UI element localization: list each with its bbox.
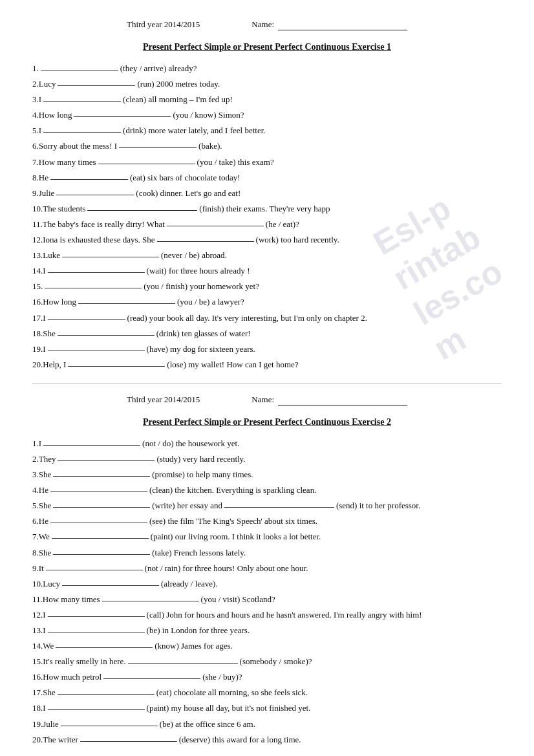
ex1-line19: 19.I (have) my dog for sixteen years. — [32, 342, 502, 356]
ex1-line20: 20.Help, I (lose) my wallet! How can I g… — [32, 358, 502, 372]
ex1-line16: 16.How long (you / be) a lawyer? — [32, 295, 502, 309]
ex1-line3: 3.I (clean) all morning – I'm fed up! — [32, 92, 502, 107]
ex1-line17: 17.I (read) your book all day. It's very… — [32, 311, 502, 325]
exercise1-title: Present Perfect Simple or Present Perfec… — [32, 42, 502, 52]
ex2-line7: 7.We (paint) our living room. I think it… — [32, 530, 502, 544]
exercise2-lines: 1.I (not / do) the housework yet. 2.They… — [32, 437, 502, 747]
ex2-line5: 5.She (write) her essay and (send) it to… — [32, 499, 502, 513]
ex1-line15: 15. (you / finish) your homework yet? — [32, 279, 502, 294]
name-label1: Name: — [251, 19, 274, 30]
ex1-line7: 7.How many times (you / take) this exam? — [32, 155, 502, 169]
ex1-line12: 12.Iona is exhausted these days. She (wo… — [32, 233, 502, 247]
header1-title: Third year 2014/2015 — [127, 19, 200, 30]
ex1-line11: 11.The baby's face is really dirty! What… — [32, 217, 502, 232]
ex2-line4: 4.He (clean) the kitchen. Everything is … — [32, 483, 502, 497]
ex1-line13: 13.Luke (never / be) abroad. — [32, 248, 502, 263]
page-content: Third year 2014/2015 Name: Present Perfe… — [32, 19, 502, 747]
header2: Third year 2014/2015 Name: — [32, 394, 502, 405]
name-underline2 — [278, 394, 407, 405]
ex2-line1: 1.I (not / do) the housework yet. — [32, 437, 502, 451]
name-underline1 — [278, 19, 407, 30]
ex2-line6: 6.He (see) the film 'The King's Speech' … — [32, 514, 502, 528]
ex1-line9: 9.Julie (cook) dinner. Let's go and eat! — [32, 186, 502, 200]
ex1-line6: 6.Sorry about the mess! I (bake). — [32, 139, 502, 153]
ex1-line18: 18.She (drink) ten glasses of water! — [32, 327, 502, 341]
exercise1-lines: 1. (they / arrive) already? 2.Lucy (run)… — [32, 61, 502, 372]
header1-name: Name: — [251, 19, 407, 30]
header2-name: Name: — [251, 394, 407, 405]
ex1-line8: 8.He (eat) six bars of chocolate today! — [32, 171, 502, 185]
ex2-line12: 12.I (call) John for hours and hours and… — [32, 608, 502, 622]
ex1-line4: 4.How long (you / know) Simon? — [32, 108, 502, 122]
header1: Third year 2014/2015 Name: — [32, 19, 502, 30]
ex2-line19: 19.Julie (be) at the office since 6 am. — [32, 717, 502, 731]
ex1-line1: 1. (they / arrive) already? — [32, 61, 502, 76]
ex2-line9: 9.It (not / rain) for three hours! Only … — [32, 561, 502, 576]
section-divider — [32, 383, 502, 384]
ex2-line3: 3.She (promise) to help many times. — [32, 468, 502, 482]
ex2-line20: 20.The writer (deserve) this award for a… — [32, 733, 502, 747]
ex2-line13: 13.I (be) in London for three years. — [32, 623, 502, 638]
ex2-line16: 16.How much petrol (she / buy)? — [32, 670, 502, 684]
ex1-line2: 2.Lucy (run) 2000 metres today. — [32, 77, 502, 91]
ex2-line15: 15.It's really smelly in here. (somebody… — [32, 654, 502, 669]
ex2-line8: 8.She (take) French lessons lately. — [32, 546, 502, 560]
ex2-line14: 14.We (know) James for ages. — [32, 639, 502, 653]
ex1-line10: 10.The students (finish) their exams. Th… — [32, 202, 502, 216]
name-label2: Name: — [251, 394, 274, 405]
exercise2-title: Present Perfect Simple or Present Perfec… — [32, 417, 502, 427]
ex2-line11: 11.How many times (you / visit) Scotland… — [32, 592, 502, 607]
ex2-line10: 10.Lucy (already / leave). — [32, 577, 502, 591]
ex1-line14: 14.I (wait) for three hours already ! — [32, 264, 502, 278]
header2-title: Third year 2014/2015 — [127, 394, 200, 405]
ex2-line18: 18.I (paint) my house all day, but it's … — [32, 701, 502, 715]
ex2-line2: 2.They (study) very hard recently. — [32, 452, 502, 466]
ex2-line17: 17.She (eat) chocolate all morning, so s… — [32, 686, 502, 700]
ex1-line5: 5.I (drink) more water lately, and I fee… — [32, 124, 502, 138]
